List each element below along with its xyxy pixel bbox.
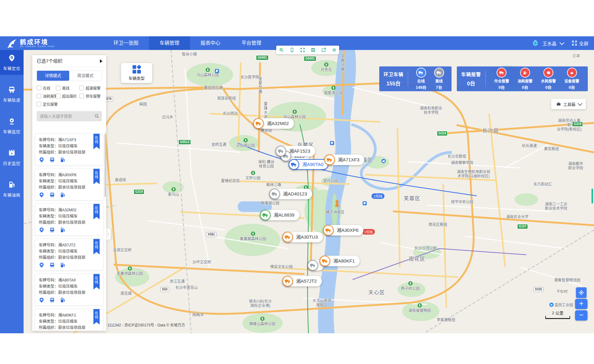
area-search-icon[interactable] [276,46,287,54]
track-icon[interactable] [49,227,55,234]
map-label-text: 燕子岭公园 [401,286,420,291]
user-name[interactable]: 王水晶 [542,40,556,47]
export-icon[interactable] [318,46,329,54]
fuel-icon[interactable] [60,227,65,234]
map-label-text: 智谷小镇 [182,52,197,56]
locate-icon[interactable] [39,297,44,304]
user-avatar[interactable] [531,39,539,47]
map-label-text: 长沙沙湾公园 [414,246,437,250]
main-nav: 环卫一张图车辆管理报表中心平台管理 [103,36,272,50]
filter-option[interactable]: 停车报警 [79,93,106,99]
stat-label: 离线 [435,78,443,83]
save-icon[interactable] [308,46,318,54]
filter-label: 油耗报警 [43,93,58,99]
map-label-text: 湖南警察学院 [451,161,473,165]
track-icon[interactable] [49,157,55,164]
truck-icon [269,189,280,199]
expand-arrow-icon[interactable] [100,59,102,63]
track-icon[interactable] [49,262,55,269]
zoom-out-button[interactable]: − [575,310,587,321]
filter-option[interactable]: 超速报警 [79,85,106,91]
search-input[interactable] [37,111,102,121]
map-label-text: 保利·麓谷 体育公园 [258,160,274,169]
locate-icon[interactable] [39,192,44,199]
locate-icon[interactable] [39,262,44,269]
track-icon[interactable] [49,297,55,304]
sidebar-item-fuel[interactable]: 车辆油耗 [0,177,24,201]
map-label-text: 湖南生物机电职业技 术学院(马坡岭校区) [457,170,490,178]
locate-button[interactable] [576,287,587,298]
search-icon[interactable] [94,114,99,120]
left-sidebar: 车辆定位车辆轨迹车辆监控历史监控车辆油耗 [0,50,24,333]
map-label-text: 琏平中央公园 [451,200,473,204]
edge-scrollbar[interactable] [592,189,593,204]
vehicle-type: 车辆类型：垃圾压缩车 [39,318,100,325]
p-icon: P [330,141,335,146]
list-scrollbar[interactable] [105,133,106,197]
device-icon[interactable] [287,46,297,54]
filter-option[interactable]: 离线 [56,85,79,91]
sidebar-item-bus[interactable]: 车辆轨迹 [0,82,24,106]
p-icon: P [330,141,335,146]
map-label-text: 麻园 [139,102,147,106]
fuel-icon[interactable] [60,297,65,304]
toolbox-button[interactable]: 工具箱 [551,99,586,109]
vehicle-list[interactable]: 车牌号码：湘A71XF3车辆类型：垃圾压缩车所属组织：厨余垃圾项目部在线车牌号码… [32,130,106,331]
checkbox[interactable] [37,86,41,90]
vehicle-type: 车辆类型：垃圾压缩车 [39,283,100,290]
sidebar-item-video[interactable]: 历史监控 [0,145,24,170]
map-label: 兰冲 [572,54,580,58]
map-toolbar [276,46,339,54]
vehicle-card[interactable]: 车牌号码：湘A32M02车辆类型：垃圾压缩车所属组织：厨余垃圾项目部在线 [35,204,104,236]
vehicle-card[interactable]: 车牌号码：湘A90TA0车辆类型：垃圾压缩车所属组织：厨余垃圾项目部在线 [35,274,104,306]
fullscreen-icon[interactable] [297,46,308,54]
checkbox[interactable] [56,86,61,90]
zoom-in-button[interactable]: + [575,299,587,309]
fuel-icon[interactable] [60,262,65,269]
vehicle-card[interactable]: 车牌号码：湘A30XP6车辆类型：垃圾压缩车所属组织：厨余垃圾项目部在线 [35,169,104,200]
settings-icon[interactable] [329,46,339,54]
filter-option[interactable]: 在线 [37,85,56,91]
checkbox[interactable] [56,94,61,98]
vehicle-card[interactable]: 车牌号码：湘A71XF3车辆类型：垃圾压缩车所属组织：厨余垃圾项目部在线 [35,133,104,165]
filter-option[interactable]: 油耗报警 [37,93,56,99]
fuel-icon[interactable] [60,192,65,199]
filter-option[interactable]: 超出围栏 [56,93,79,99]
nav-item[interactable]: 报表中心 [190,36,231,50]
org-selector[interactable]: 已选7个组织 [32,55,106,67]
checkbox[interactable] [37,102,41,106]
checkbox[interactable] [79,86,84,90]
filter-option[interactable]: 定位报警 [37,101,56,107]
sidebar-item-camera[interactable]: 车辆监控 [0,113,24,138]
mode-tab[interactable]: 简洁模式 [69,71,101,81]
fuel-icon[interactable] [60,157,65,164]
panel-collapse-handle[interactable]: ‹ [106,228,111,240]
vehicle-type-button[interactable]: 车辆类型 [121,63,152,83]
sidebar-item-pin[interactable]: 车辆定位 [0,50,24,75]
nav-item[interactable]: 平台管理 [231,36,272,50]
checkbox[interactable] [37,94,41,98]
map-label: 谷山森林公园 [283,110,306,119]
vehicle-plate: 车牌号码：湘A30XP6 [39,172,100,178]
nav-item[interactable]: 环卫一张图 [103,36,149,50]
park-icon [205,68,210,72]
vehicle-card[interactable]: 车牌号码：湘A80KF1车辆类型：垃圾压缩车所属组织：厨余垃圾项目部在线 [35,309,104,331]
locate-icon[interactable] [39,227,44,234]
map-label: 莲花镇 [120,291,132,296]
map-canvas[interactable]: 岳麓区开福区芙蓉区雨花区天心区长沙县智谷小镇乌山森林公园长沙医学院黄金园互通观音… [24,50,594,333]
vehicle-card[interactable]: 车牌号码：湘A57JT2车辆类型：垃圾压缩车所属组织：厨余垃圾项目部在线 [35,239,104,271]
fullscreen-button[interactable]: 全屏 [572,40,588,47]
nav-item[interactable]: 车辆管理 [149,36,190,50]
park-icon [408,281,412,286]
checkbox[interactable] [79,94,84,98]
mode-tab[interactable]: 详情模式 [37,71,69,81]
chevron-down-icon[interactable] [560,40,565,45]
track-icon[interactable] [49,192,55,199]
park-icon [243,138,248,143]
road-shield: G319 [572,122,583,127]
locate-icon[interactable] [39,157,44,164]
stat-label: 设备报警 [565,78,579,83]
stat-item: 水耗报警0台 [541,68,556,90]
map-label-text: 狮峰山森林公园 [249,322,275,326]
map-label-text: 金桥互通 [211,142,226,147]
